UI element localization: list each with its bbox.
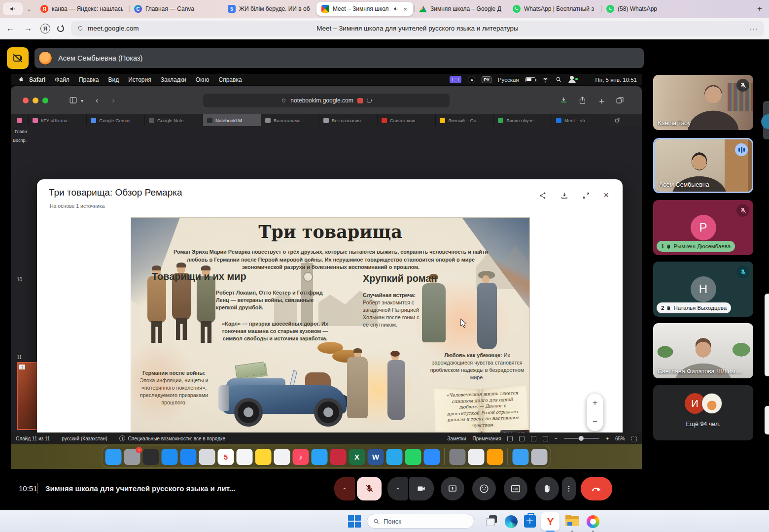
- dock-calendar-icon[interactable]: 5: [218, 449, 234, 465]
- view-icon[interactable]: [507, 436, 513, 441]
- safari-back-button[interactable]: ‹: [96, 96, 98, 105]
- input-source-label[interactable]: Русская: [498, 77, 519, 83]
- taskbar-search[interactable]: Поиск: [367, 514, 474, 529]
- chevron-down-icon[interactable]: ▾: [81, 98, 83, 103]
- slide-counter[interactable]: Слайд 11 из 11: [16, 436, 50, 441]
- dock-keynote-window-icon[interactable]: [450, 449, 466, 465]
- present-button[interactable]: [441, 477, 464, 500]
- camera-options-button[interactable]: [387, 477, 408, 500]
- screen-sharing-icon[interactable]: [450, 76, 461, 83]
- address-bar[interactable]: meet.google.com Meet – Зимняя школа для …: [71, 21, 764, 36]
- dock-news-icon[interactable]: [237, 449, 253, 465]
- notes-button[interactable]: Заметки: [447, 436, 466, 441]
- zoom-in-button[interactable]: +: [593, 398, 597, 408]
- comments-button[interactable]: Примечания: [473, 436, 501, 441]
- menubar-clock[interactable]: Пн, 5 янв. 10:51: [595, 77, 637, 83]
- dock-excel-icon[interactable]: X: [349, 449, 365, 465]
- safari-reload-icon[interactable]: [367, 98, 372, 103]
- dock-app-store-icon[interactable]: [162, 449, 178, 465]
- more-menu-icon[interactable]: ···: [749, 24, 758, 33]
- menu-8[interactable]: Справка: [219, 76, 242, 83]
- start-button[interactable]: [348, 515, 361, 528]
- present-icon[interactable]: [543, 436, 548, 441]
- dock-music-icon[interactable]: ♪: [293, 449, 309, 465]
- dock-finder-icon[interactable]: [105, 449, 122, 465]
- dock-downloads-icon[interactable]: [513, 449, 529, 465]
- dock-mail-icon[interactable]: [180, 449, 197, 465]
- edge-button-fragment[interactable]: [761, 114, 769, 129]
- share-icon[interactable]: [538, 191, 547, 200]
- reader-icon[interactable]: [357, 98, 363, 103]
- user-status-icon[interactable]: [568, 76, 576, 83]
- chevron-down-icon[interactable]: ⌄: [25, 6, 34, 12]
- spotlight-icon[interactable]: [556, 76, 562, 83]
- browser-tab-3[interactable]: 5ЖИ білім беруде. ИИ в об: [223, 2, 315, 16]
- input-source-icon[interactable]: РУ: [482, 76, 491, 83]
- participant-tile-6[interactable]: ИЕщё 94 чел.: [653, 385, 753, 440]
- dock-zoom-icon[interactable]: [424, 449, 440, 465]
- dock-settings-icon[interactable]: 1: [124, 449, 140, 465]
- mic-toggle-button[interactable]: [357, 477, 382, 500]
- close-icon[interactable]: ×: [603, 190, 609, 200]
- participant-tile-5[interactable]: Светлана Филатова ШЛ им....: [653, 323, 753, 378]
- browser-tab-7[interactable]: (58) WhatsApp: [601, 2, 675, 16]
- presenter-bar[interactable]: Асем Сембыевна (Показ): [35, 48, 644, 68]
- raise-hand-button[interactable]: [535, 477, 559, 500]
- safari-tab-7[interactable]: Без названия: [319, 114, 378, 126]
- task-view-button[interactable]: [485, 514, 500, 529]
- safari-tab-3[interactable]: Google Gemini: [87, 114, 145, 126]
- tab-sound-icon[interactable]: [393, 6, 399, 12]
- tab-overview-icon[interactable]: [610, 114, 625, 126]
- mic-options-button[interactable]: [334, 477, 355, 500]
- yandex-button[interactable]: Я: [40, 24, 50, 33]
- participant-tile-3[interactable]: Р1Рымкеш Дюсембаева: [653, 200, 753, 255]
- dock-telegram-icon[interactable]: [386, 449, 403, 465]
- safari-tab-6[interactable]: Волоколамс...: [261, 114, 319, 126]
- minimize-window-button[interactable]: [33, 98, 38, 103]
- menubar-app-icon[interactable]: [468, 76, 475, 83]
- zoom-controls[interactable]: + −: [587, 394, 603, 431]
- wifi-icon[interactable]: [542, 77, 549, 83]
- menu-6[interactable]: Закладки: [161, 76, 186, 83]
- safari-tab-9[interactable]: Личный – Go...: [436, 114, 494, 126]
- more-options-button[interactable]: [562, 477, 576, 500]
- end-call-button[interactable]: [581, 477, 612, 500]
- dock-easel-icon[interactable]: [143, 449, 159, 465]
- dock-whatsapp-icon[interactable]: [405, 449, 421, 465]
- dock-tv-icon[interactable]: [330, 449, 347, 465]
- menu-5[interactable]: История: [128, 76, 151, 83]
- language-label[interactable]: русский (Казахстан): [62, 436, 107, 441]
- download-icon[interactable]: [560, 191, 569, 200]
- dock-preview-icon[interactable]: [468, 449, 485, 465]
- browser-ring-button[interactable]: [586, 514, 600, 529]
- menu-1[interactable]: Safari: [29, 76, 45, 83]
- zoom-in-icon[interactable]: +: [606, 436, 609, 441]
- dock-photos-icon[interactable]: [274, 449, 290, 465]
- fullscreen-icon[interactable]: [631, 436, 637, 441]
- tab-overview-icon[interactable]: [616, 96, 624, 104]
- new-tab-icon[interactable]: +: [599, 96, 604, 107]
- camera-toggle-button[interactable]: [409, 477, 434, 500]
- menu-4[interactable]: Вид: [108, 76, 119, 83]
- share-icon[interactable]: [578, 96, 587, 104]
- safari-tab-5[interactable]: NotebookLM: [203, 114, 261, 126]
- close-window-button[interactable]: [23, 98, 29, 103]
- browser-tab-1[interactable]: Яканва — Яндекс: нашлась: [35, 2, 128, 16]
- forward-button[interactable]: →: [23, 24, 34, 33]
- safari-address-bar[interactable]: notebooklm.google.com: [203, 94, 450, 107]
- safari-tab-4[interactable]: Google Note...: [145, 114, 203, 126]
- captions-button[interactable]: CC: [504, 477, 527, 500]
- dock-safari-icon[interactable]: [312, 449, 328, 465]
- grid-view-icon[interactable]: [519, 436, 524, 441]
- zoom-slider[interactable]: [564, 438, 599, 439]
- safari-tab-11[interactable]: Meet – vh...: [552, 114, 610, 126]
- sidebar-icon[interactable]: [69, 96, 77, 104]
- browser-tab-2[interactable]: CГлавная — Canva: [129, 2, 222, 16]
- menu-7[interactable]: Окно: [196, 76, 210, 83]
- edge-button[interactable]: [504, 514, 519, 529]
- dock-notes-icon[interactable]: [255, 449, 272, 465]
- zoom-window-button[interactable]: [42, 98, 48, 103]
- menu-2[interactable]: Файл: [55, 76, 70, 83]
- tab-audio-button[interactable]: [3, 2, 23, 15]
- menu-3[interactable]: Правка: [79, 76, 99, 83]
